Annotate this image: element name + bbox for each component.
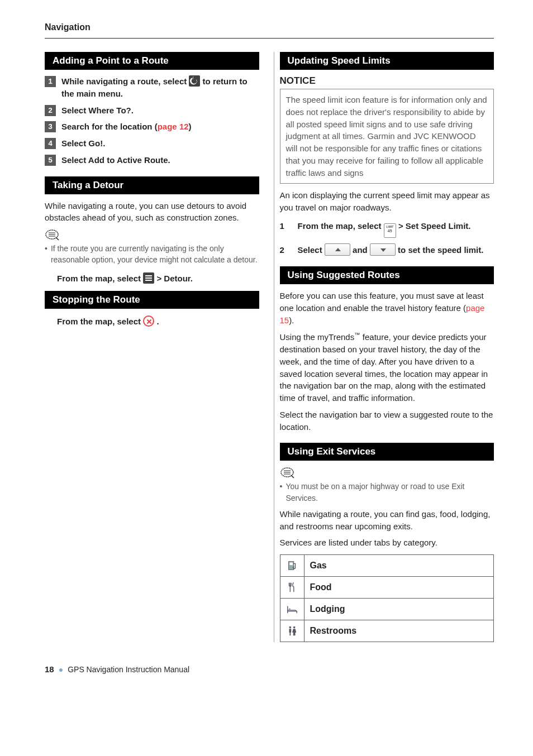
section-title: Taking a Detour (45, 176, 259, 194)
step-number: 2 (45, 105, 56, 116)
paragraph: While navigating a route, you can find g… (280, 508, 494, 533)
service-label: Lodging (310, 604, 345, 614)
svg-rect-12 (289, 563, 293, 566)
left-column: Adding a Point to a Route 1 While naviga… (45, 52, 259, 642)
note-bullet: • You must be on a major highway or road… (280, 481, 494, 504)
note-icon (280, 466, 296, 479)
step-number: 1 (45, 76, 56, 87)
section-title: Using Suggested Routes (280, 266, 494, 284)
paragraph: Services are listed under tabs by catego… (280, 537, 494, 549)
notice-box: The speed limit icon feature is for info… (280, 89, 494, 184)
exit-services-table: Gas Food Lodging (280, 554, 494, 642)
food-icon (280, 577, 304, 599)
speed-limit-icon: LIMIT45 (384, 223, 396, 238)
menu-icon (143, 272, 154, 284)
increase-button-icon (325, 243, 350, 256)
section-intro: While navigating a route, you can use de… (45, 200, 259, 224)
section-title: Stopping the Route (45, 291, 259, 309)
section-intro: An icon displaying the current speed lim… (280, 189, 494, 214)
notice-title: NOTICE (280, 75, 494, 87)
step-text: Select Go!. (61, 137, 259, 150)
section-title: Updating Speed Limits (280, 52, 494, 70)
instruction: From the map, select . (57, 315, 259, 328)
header-rule (45, 38, 494, 39)
step-text: Select Add to Active Route. (61, 154, 259, 166)
table-row: Lodging (280, 599, 494, 620)
svg-rect-4 (145, 275, 152, 276)
service-label: Food (310, 582, 332, 592)
section-title: Using Exit Services (280, 443, 494, 461)
svg-rect-5 (145, 277, 152, 279)
step-number: 3 (45, 121, 56, 132)
step-number: 4 (45, 138, 56, 149)
step-number: 1 (280, 219, 289, 238)
gas-icon (280, 555, 304, 577)
svg-point-13 (288, 608, 291, 610)
note-bullet: • If the route you are currently navigat… (45, 243, 259, 266)
note-icon (45, 228, 60, 241)
footer-title: GPS Navigation Instruction Manual (68, 665, 189, 674)
page-link[interactable]: page 12 (158, 122, 189, 131)
paragraph: Using the myTrends™ feature, your device… (280, 331, 494, 404)
footer-bullet-icon: ● (59, 665, 63, 674)
step-text: Select and to set the speed limit. (298, 243, 494, 256)
step-number: 5 (45, 155, 56, 166)
page-footer: 18 ● GPS Navigation Instruction Manual (45, 664, 494, 674)
paragraph: Select the navigation bar to view a sugg… (280, 409, 494, 433)
decrease-button-icon (370, 243, 396, 256)
section-title: Adding a Point to a Route (45, 52, 259, 70)
instruction: From the map, select > Detour. (57, 272, 259, 285)
table-row: Food (280, 577, 494, 599)
service-label: Restrooms (310, 626, 357, 635)
step-text: Select Where To?. (61, 104, 259, 117)
svg-point-15 (293, 626, 295, 629)
svg-point-14 (289, 626, 291, 629)
step-text: From the map, select LIMIT45 > Set Speed… (298, 219, 494, 238)
table-row: Restrooms (280, 620, 494, 642)
service-label: Gas (310, 561, 327, 570)
table-row: Gas (280, 555, 494, 577)
lodging-icon (280, 599, 304, 620)
svg-rect-6 (145, 280, 152, 281)
step-text: Search for the location (page 12) (61, 121, 259, 133)
right-column: Updating Speed Limits NOTICE The speed l… (274, 52, 494, 642)
restrooms-icon (280, 620, 304, 642)
stop-route-icon (143, 315, 154, 327)
back-arrow-icon (189, 75, 200, 87)
page-number: 18 (45, 664, 54, 674)
step-text: While navigating a route, select to retu… (61, 75, 259, 100)
paragraph: Before you can use this feature, you mus… (280, 290, 494, 326)
page-section-header: Navigation (45, 22, 494, 32)
step-number: 2 (280, 243, 289, 256)
